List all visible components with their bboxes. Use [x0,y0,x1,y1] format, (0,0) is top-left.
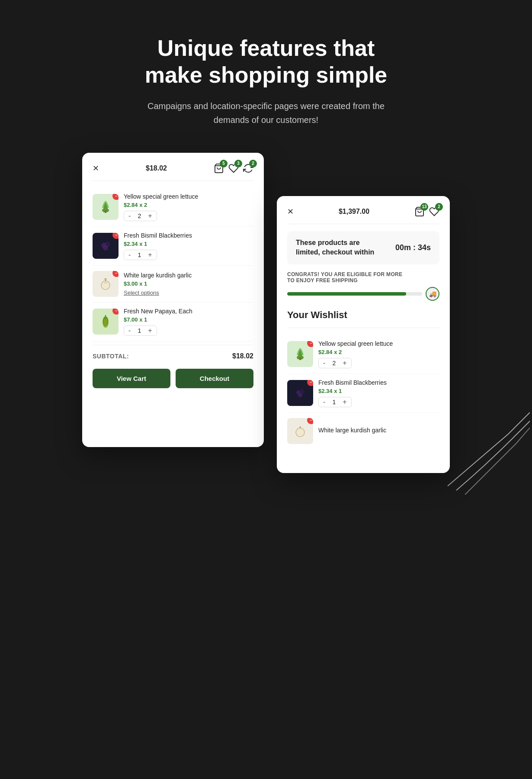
cart-header: ✕ $18.02 5 3 2 [93,163,253,181]
wishlist-item-1: − Yellow special green lettuce $2.84 x 2… [287,335,439,374]
wishlist-badge: 3 [234,160,242,167]
subtotal-value: $18.02 [232,352,253,360]
svg-rect-2 [105,210,106,213]
wishlist-cart-icon-badge[interactable]: 13 [414,206,425,217]
wishlist-thumb-3: − [287,418,313,444]
limited-banner: These products are limited, checkout wit… [287,231,439,264]
cart-item-1: − Yellow special green lettuce $2.84 x 2… [93,188,253,227]
shipping-text: CONGRATS! YOU ARE ELIGIBLE FOR MORE TO E… [287,271,439,283]
cart-badge: 5 [220,160,228,167]
wishlist-title: Your Wishlist [287,309,439,321]
qty-increase-2[interactable]: + [147,251,153,258]
wishlist-qty-increase-2[interactable]: + [342,399,347,406]
wishlist-heart-badge: 2 [435,203,443,211]
select-options-3[interactable]: Select options [124,290,253,296]
qty-control-1: - 2 + [124,211,157,221]
refresh-icon-badge[interactable]: 2 [243,163,253,174]
remove-badge-3[interactable]: − [112,271,119,277]
svg-rect-18 [299,357,301,360]
subtotal-label: SUBTOTAL: [93,353,129,360]
wishlist-qty-increase-1[interactable]: + [342,360,347,367]
limited-line2: limited, checkout within [296,248,374,256]
wishlist-divider [287,328,439,328]
qty-value-2: 1 [136,251,143,258]
countdown-timer: 00m : 34s [395,243,431,252]
wishlist-price-1: $2.84 x 2 [318,349,439,355]
product-thumb-4: − [93,309,119,335]
product-info-2: Fresh Bismil Blackberries $2.34 x 1 - 1 … [124,232,253,260]
action-buttons: View Cart Checkout [93,369,253,388]
wishlist-name-1: Yellow special green lettuce [318,340,439,347]
qty-value-4: 1 [136,327,143,334]
product-price-2: $2.34 x 1 [124,241,253,247]
product-name-2: Fresh Bismil Blackberries [124,232,253,239]
wishlist-qty-decrease-2[interactable]: - [322,399,326,406]
progress-bar-bg [287,292,422,296]
shipping-bar: CONGRATS! YOU ARE ELIGIBLE FOR MORE TO E… [287,271,439,301]
cart-panel: ✕ $18.02 5 3 2 − [82,153,264,447]
product-info-3: White large kurdish garlic $3.00 x 1 Sel… [124,272,253,296]
product-price-1: $2.84 x 2 [124,202,253,208]
wishlist-item-3: − White large kurdish garlic [287,413,439,449]
cart-item-2: − Fresh Bismil Blackberries $2.34 x 1 - … [93,227,253,266]
product-name-3: White large kurdish garlic [124,272,253,279]
wishlist-info-1: Yellow special green lettuce $2.84 x 2 -… [318,340,439,368]
truck-icon: 🚚 [426,287,439,301]
close-icon[interactable]: ✕ [93,164,99,173]
qty-decrease-1[interactable]: - [128,212,131,219]
wishlist-heart-icon-badge[interactable]: 2 [429,206,439,217]
wishlist-qty-decrease-1[interactable]: - [322,360,326,367]
wishlist-price: $1,397.00 [339,208,369,216]
cart-icon-badge[interactable]: 5 [214,163,224,174]
qty-decrease-2[interactable]: - [128,251,131,258]
hero-title: Unique features that make shopping simpl… [136,35,396,89]
wishlist-qty-1: - 2 + [318,358,352,368]
product-name-1: Yellow special green lettuce [124,193,253,200]
cart-item-4: − Fresh New Papaya, Each $7.00 x 1 - 1 + [93,303,253,341]
qty-value-1: 2 [136,212,143,219]
view-cart-button[interactable]: View Cart [93,369,170,388]
qty-decrease-4[interactable]: - [128,327,131,334]
limited-line1: These products are [296,239,360,246]
product-price-3: $3.00 x 1 [124,280,253,287]
product-name-4: Fresh New Papaya, Each [124,308,253,315]
shipping-line1: CONGRATS! YOU ARE ELIGIBLE FOR MORE [287,271,439,277]
product-price-4: $7.00 x 1 [124,316,253,323]
product-info-4: Fresh New Papaya, Each $7.00 x 1 - 1 + [124,308,253,336]
wishlist-qty-value-2: 1 [330,399,337,406]
progress-container: 🚚 [287,287,439,301]
wishlist-panel: ✕ $1,397.00 13 2 These products are limi… [277,196,450,473]
qty-increase-1[interactable]: + [147,212,153,219]
wishlist-item-2: − Fresh Bismil Blackberries $2.34 x 1 - … [287,374,439,413]
wishlist-name-3: White large kurdish garlic [318,427,439,434]
shipping-line2: TO ENJOY FREE SHIPPING [287,277,439,283]
product-info-1: Yellow special green lettuce $2.84 x 2 -… [124,193,253,221]
wishlist-header: ✕ $1,397.00 13 2 [287,206,439,224]
svg-point-21 [298,393,302,397]
wishlist-qty-value-1: 2 [330,360,337,367]
qty-control-2: - 1 + [124,250,157,260]
wishlist-qty-2: - 1 + [318,397,352,407]
decorative-lines [443,408,530,495]
cart-price: $18.02 [146,164,167,172]
wishlist-price-2: $2.34 x 1 [318,388,439,394]
cards-container: ✕ $18.02 5 3 2 − [28,153,504,473]
wishlist-icon-badge[interactable]: 3 [228,163,239,174]
qty-increase-4[interactable]: + [147,327,153,334]
wishlist-close-icon[interactable]: ✕ [287,207,294,216]
svg-point-15 [104,319,107,325]
product-thumb-3: − [93,271,119,297]
cart-item-3: − White large kurdish garlic $3.00 x 1 S… [93,266,253,303]
hero-section: Unique features that make shopping simpl… [136,35,396,127]
wishlist-remove-3[interactable]: − [307,418,313,424]
cart-header-icons: 5 3 2 [214,163,253,174]
wishlist-info-2: Fresh Bismil Blackberries $2.34 x 1 - 1 … [318,379,439,407]
checkout-button[interactable]: Checkout [176,369,253,388]
progress-bar-fill [287,292,406,296]
wishlist-thumb-1: − [287,341,313,367]
wishlist-name-2: Fresh Bismil Blackberries [318,379,439,386]
qty-control-4: - 1 + [124,325,157,336]
subtotal-row: SUBTOTAL: $18.02 [93,345,253,367]
hero-subtitle: Campaigns and location-specific pages we… [136,99,396,127]
refresh-badge: 2 [249,160,257,167]
